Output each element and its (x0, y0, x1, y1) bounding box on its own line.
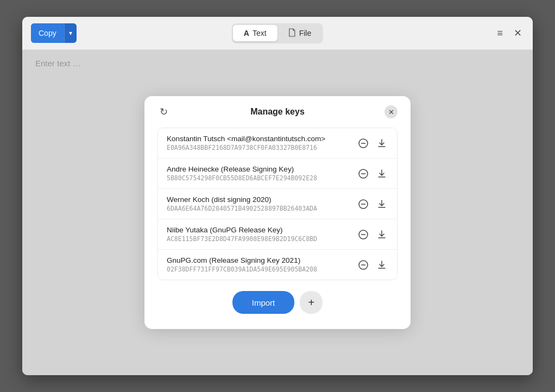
key-name: GnuPG.com (Release Signing Key 2021) (167, 256, 350, 264)
key-fingerprint: E0A96A348BBF2168D7A9738CF0FA03327B0E8716 (167, 144, 350, 151)
key-fingerprint: 02F38DFF731FF97CB039A1DA549E695E905BA208 (167, 265, 350, 273)
key-actions (357, 167, 388, 180)
key-item: GnuPG.com (Release Signing Key 2021) 02F… (158, 250, 397, 280)
key-revoke-button[interactable] (357, 258, 370, 271)
modal-close-icon: ✕ (388, 108, 394, 116)
key-export-button[interactable] (375, 198, 388, 211)
text-icon: A (244, 29, 249, 37)
refresh-icon: ↻ (160, 106, 168, 117)
modal-header: ↻ Manage keys ✕ (157, 107, 398, 117)
key-info: Andre Heinecke (Release Signing Key) 5B8… (167, 165, 350, 182)
copy-button[interactable]: Copy (31, 23, 64, 43)
key-fingerprint: 5B80C5754298F0CB55D8ED6ABCEF7E294B092E28 (167, 174, 350, 182)
tab-file-label: File (299, 29, 312, 37)
key-revoke-button[interactable] (357, 137, 370, 150)
key-fingerprint: 6DAA6E64A76D2840571B4902528897BB26403ADA (167, 205, 350, 212)
file-icon (288, 28, 296, 39)
copy-dropdown-button[interactable]: ▾ (64, 23, 77, 43)
menu-icon: ≡ (497, 28, 503, 39)
add-key-button[interactable]: + (300, 291, 323, 314)
key-revoke-button[interactable] (357, 167, 370, 180)
key-item: Niibe Yutaka (GnuPG Release Key) AC8E115… (158, 219, 397, 250)
key-actions (357, 228, 388, 241)
key-info: Werner Koch (dist signing 2020) 6DAA6E64… (167, 195, 350, 212)
key-name: Andre Heinecke (Release Signing Key) (167, 165, 350, 173)
key-export-button[interactable] (375, 167, 388, 180)
key-list: Konstantin Tutsch <mail@konstantintutsch… (157, 128, 398, 280)
app-window: Copy ▾ A Text File ≡ (22, 17, 533, 375)
key-fingerprint: AC8E115BF73E2D8D47FA9908E98E9B2D19C6C8BD (167, 235, 350, 243)
key-name: Niibe Yutaka (GnuPG Release Key) (167, 226, 350, 234)
tab-text[interactable]: A Text (233, 25, 278, 41)
menu-button[interactable]: ≡ (495, 26, 505, 41)
key-revoke-button[interactable] (357, 198, 370, 211)
refresh-button[interactable]: ↻ (157, 104, 170, 120)
tab-file[interactable]: File (278, 24, 323, 42)
key-revoke-button[interactable] (357, 228, 370, 241)
key-actions (357, 137, 388, 150)
key-info: Konstantin Tutsch <mail@konstantintutsch… (167, 135, 350, 151)
key-item: Andre Heinecke (Release Signing Key) 5B8… (158, 159, 397, 189)
key-name: Werner Koch (dist signing 2020) (167, 195, 350, 204)
close-button[interactable]: ✕ (512, 25, 524, 41)
modal-close-button[interactable]: ✕ (384, 105, 398, 118)
key-item: Werner Koch (dist signing 2020) 6DAA6E64… (158, 189, 397, 219)
modal-footer: Import + (157, 291, 398, 314)
toolbar-right: ≡ ✕ (495, 25, 524, 41)
chevron-down-icon: ▾ (69, 29, 72, 37)
key-export-button[interactable] (375, 258, 388, 271)
import-button[interactable]: Import (232, 291, 295, 314)
manage-keys-modal: ↻ Manage keys ✕ Konstantin Tutsch <mail@… (144, 96, 411, 329)
tab-text-label: Text (253, 29, 267, 37)
key-actions (357, 258, 388, 271)
key-item: Konstantin Tutsch <mail@konstantintutsch… (158, 128, 397, 159)
key-export-button[interactable] (375, 228, 388, 241)
key-actions (357, 198, 388, 211)
copy-group: Copy ▾ (31, 23, 77, 43)
key-name: Konstantin Tutsch <mail@konstantintutsch… (167, 135, 350, 143)
modal-title: Manage keys (250, 107, 305, 117)
tab-group: A Text File (232, 23, 323, 43)
key-info: GnuPG.com (Release Signing Key 2021) 02F… (167, 256, 350, 273)
main-content: Enter text … ↻ Manage keys ✕ (22, 50, 533, 375)
toolbar: Copy ▾ A Text File ≡ (22, 17, 533, 50)
modal-overlay: ↻ Manage keys ✕ Konstantin Tutsch <mail@… (22, 50, 533, 375)
key-export-button[interactable] (375, 137, 388, 150)
close-icon: ✕ (514, 27, 522, 39)
key-info: Niibe Yutaka (GnuPG Release Key) AC8E115… (167, 226, 350, 243)
